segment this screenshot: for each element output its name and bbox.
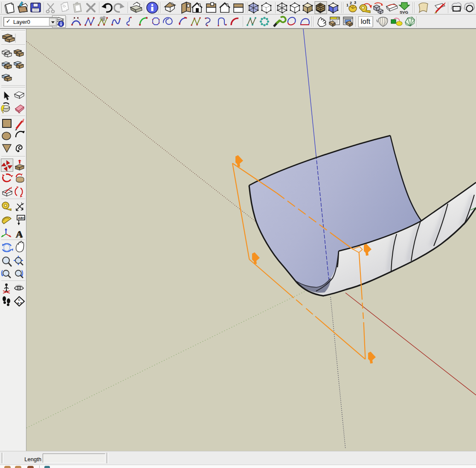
svg-text:1: 1 (346, 3, 348, 7)
svg-text:ABC: ABC (18, 216, 26, 220)
svg-text:A: A (16, 228, 23, 239)
svg-text:3: 3 (354, 0, 356, 5)
svg-text:C: C (18, 298, 20, 301)
svg-text:2: 2 (350, 1, 352, 5)
svg-text:A-5: A-5 (17, 302, 22, 305)
